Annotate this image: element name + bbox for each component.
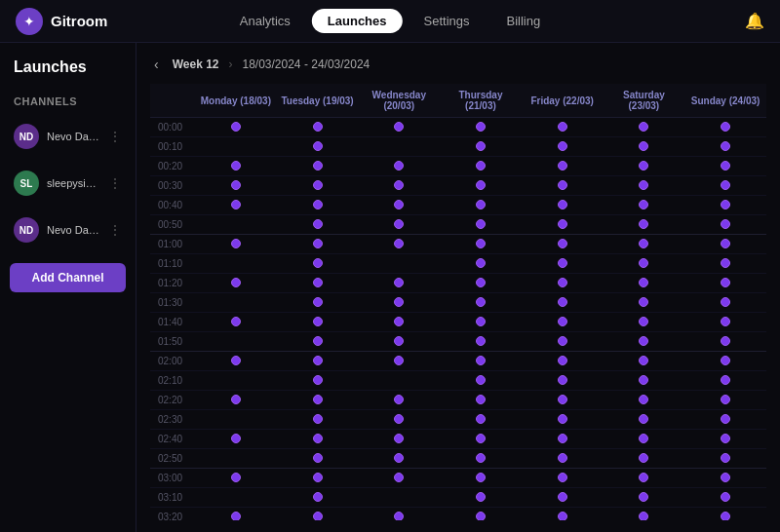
channel-menu-icon-0[interactable]: ⋮ <box>108 129 122 144</box>
schedule-dot[interactable] <box>721 122 730 132</box>
schedule-cell[interactable] <box>195 313 277 332</box>
schedule-dot[interactable] <box>313 161 323 171</box>
schedule-cell[interactable] <box>684 313 766 332</box>
schedule-cell[interactable] <box>440 137 522 157</box>
schedule-cell[interactable] <box>277 332 359 352</box>
schedule-cell[interactable] <box>195 508 277 521</box>
schedule-dot[interactable] <box>476 453 486 463</box>
channel-item-2[interactable]: ND Nevo David ⋮ <box>10 212 126 247</box>
schedule-cell[interactable] <box>358 215 440 235</box>
schedule-cell[interactable] <box>277 430 359 449</box>
schedule-cell[interactable] <box>522 293 604 313</box>
schedule-dot[interactable] <box>476 161 486 171</box>
schedule-cell[interactable] <box>684 176 766 196</box>
schedule-dot[interactable] <box>639 278 648 287</box>
schedule-dot[interactable] <box>394 356 404 365</box>
schedule-cell[interactable] <box>604 215 685 235</box>
schedule-dot[interactable] <box>721 200 730 209</box>
schedule-cell[interactable] <box>604 391 685 410</box>
schedule-cell[interactable] <box>684 235 766 254</box>
schedule-cell[interactable] <box>440 332 522 352</box>
schedule-cell[interactable] <box>684 137 766 157</box>
schedule-cell[interactable] <box>440 430 522 449</box>
schedule-cell[interactable] <box>440 196 522 215</box>
schedule-cell[interactable] <box>195 176 277 196</box>
schedule-cell[interactable] <box>604 508 685 521</box>
schedule-cell[interactable] <box>604 157 685 176</box>
schedule-dot[interactable] <box>476 473 486 482</box>
schedule-cell[interactable] <box>358 118 440 137</box>
schedule-cell[interactable] <box>358 293 440 313</box>
schedule-dot[interactable] <box>639 356 648 365</box>
schedule-dot[interactable] <box>639 473 648 482</box>
schedule-cell[interactable] <box>195 449 277 469</box>
schedule-cell[interactable] <box>522 176 604 196</box>
schedule-dot[interactable] <box>721 434 730 443</box>
schedule-dot[interactable] <box>558 512 567 521</box>
schedule-cell[interactable] <box>277 352 359 371</box>
schedule-cell[interactable] <box>522 371 604 391</box>
schedule-cell[interactable] <box>195 469 277 488</box>
schedule-cell[interactable] <box>604 352 685 371</box>
schedule-dot[interactable] <box>476 512 486 521</box>
schedule-cell[interactable] <box>277 508 359 521</box>
schedule-cell[interactable] <box>604 293 685 313</box>
schedule-dot[interactable] <box>476 336 486 346</box>
schedule-dot[interactable] <box>721 473 730 482</box>
schedule-cell[interactable] <box>684 430 766 449</box>
schedule-dot[interactable] <box>394 317 404 326</box>
schedule-cell[interactable] <box>440 118 522 137</box>
schedule-dot[interactable] <box>231 200 241 209</box>
schedule-dot[interactable] <box>639 395 648 404</box>
schedule-cell[interactable] <box>358 391 440 410</box>
schedule-dot[interactable] <box>313 356 323 365</box>
schedule-dot[interactable] <box>476 317 486 326</box>
schedule-cell[interactable] <box>277 391 359 410</box>
schedule-cell[interactable] <box>358 274 440 293</box>
schedule-cell[interactable] <box>195 391 277 410</box>
schedule-dot[interactable] <box>476 278 486 287</box>
schedule-cell[interactable] <box>604 469 685 488</box>
schedule-cell[interactable] <box>358 352 440 371</box>
schedule-cell[interactable] <box>358 449 440 469</box>
nav-settings[interactable]: Settings <box>409 9 486 33</box>
schedule-cell[interactable] <box>604 118 685 137</box>
schedule-cell[interactable] <box>604 488 685 508</box>
schedule-dot[interactable] <box>394 297 404 307</box>
schedule-dot[interactable] <box>558 161 567 171</box>
schedule-cell[interactable] <box>684 508 766 521</box>
schedule-dot[interactable] <box>639 219 648 229</box>
schedule-cell[interactable] <box>195 254 277 274</box>
schedule-dot[interactable] <box>639 317 648 326</box>
schedule-dot[interactable] <box>231 356 241 365</box>
schedule-dot[interactable] <box>476 356 486 365</box>
schedule-cell[interactable] <box>440 410 522 430</box>
schedule-dot[interactable] <box>313 258 323 268</box>
schedule-dot[interactable] <box>558 297 567 307</box>
schedule-dot[interactable] <box>394 414 404 424</box>
schedule-cell[interactable] <box>522 157 604 176</box>
channel-item-0[interactable]: ND Nevo David ⋮ <box>10 119 126 154</box>
schedule-dot[interactable] <box>558 258 567 268</box>
schedule-cell[interactable] <box>522 215 604 235</box>
schedule-cell[interactable] <box>684 469 766 488</box>
schedule-dot[interactable] <box>721 375 730 385</box>
schedule-dot[interactable] <box>231 317 241 326</box>
schedule-cell[interactable] <box>684 371 766 391</box>
schedule-cell[interactable] <box>684 118 766 137</box>
schedule-cell[interactable] <box>684 391 766 410</box>
schedule-cell[interactable] <box>358 469 440 488</box>
schedule-cell[interactable] <box>277 215 359 235</box>
schedule-dot[interactable] <box>313 395 323 404</box>
schedule-dot[interactable] <box>313 239 323 248</box>
schedule-cell[interactable] <box>358 196 440 215</box>
schedule-cell[interactable] <box>277 157 359 176</box>
schedule-cell[interactable] <box>684 449 766 469</box>
schedule-dot[interactable] <box>476 180 486 190</box>
schedule-cell[interactable] <box>684 196 766 215</box>
schedule-cell[interactable] <box>522 332 604 352</box>
schedule-dot[interactable] <box>558 453 567 463</box>
schedule-cell[interactable] <box>195 118 277 137</box>
schedule-cell[interactable] <box>604 176 685 196</box>
schedule-cell[interactable] <box>358 508 440 521</box>
